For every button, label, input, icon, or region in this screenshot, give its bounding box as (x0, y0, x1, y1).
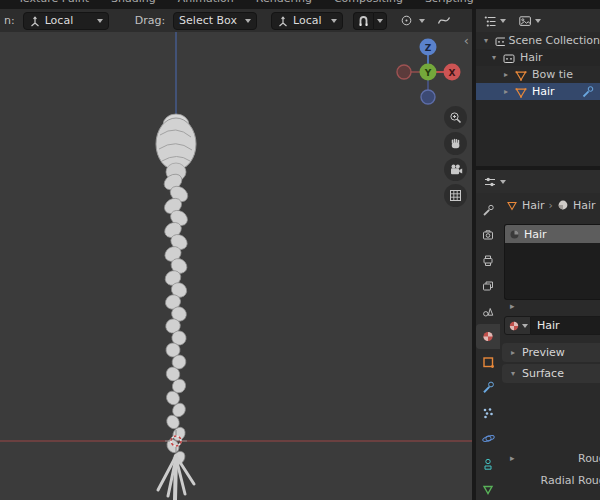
browse-material-button[interactable] (504, 316, 531, 335)
material-slot-list[interactable]: Hair (504, 224, 600, 300)
chevron-down-icon (522, 324, 528, 328)
falloff-dropdown[interactable] (434, 12, 454, 30)
pan-hand-icon (449, 137, 462, 150)
blender-window: Texture Paint Shading Animation Renderin… (0, 0, 600, 500)
property-label: Radial Roughness (520, 474, 600, 487)
tab-constraints[interactable] (476, 451, 500, 476)
gizmo-x-axis[interactable]: X (444, 64, 461, 81)
mesh-object-icon (514, 85, 528, 99)
outliner-display-mode-dropdown[interactable] (483, 14, 506, 28)
panel-header-preview[interactable]: ▸ Preview (502, 343, 600, 362)
output-icon (481, 253, 495, 267)
tab-object[interactable] (476, 349, 500, 374)
tab-tool[interactable] (476, 197, 500, 222)
camera-view-button[interactable] (444, 158, 467, 181)
gizmo-y-axis[interactable]: Y (420, 64, 437, 81)
outliner-row-scene-collection[interactable]: ▾ Scene Collection (476, 32, 600, 49)
svg-text:Y: Y (424, 68, 432, 78)
properties-tab-rail (476, 193, 500, 500)
gizmo-x-neg-axis[interactable] (397, 65, 411, 79)
material-sphere-icon (557, 199, 569, 211)
proportional-circle-icon (400, 14, 413, 27)
pivot-orientation-dropdown[interactable]: Local (271, 12, 343, 30)
chevron-down-icon (377, 19, 383, 23)
slot-list-disclosure-icon[interactable]: ▸ (510, 301, 515, 311)
property-label: Roughness (520, 452, 600, 465)
breadcrumb-material[interactable]: Hair (573, 199, 596, 212)
svg-text:X: X (449, 68, 456, 78)
orientation-value: Local (45, 14, 93, 27)
chevron-down-icon (331, 19, 337, 23)
pan-button[interactable] (444, 132, 467, 155)
disclosure-right-icon[interactable]: ▸ (510, 453, 515, 463)
material-name-field[interactable]: Hair (531, 316, 600, 335)
outliner-row-hair-object[interactable]: ▸ Hair (476, 83, 600, 100)
modifier-wrench-icon (581, 85, 594, 98)
chevron-down-icon (245, 19, 251, 23)
snap-toggle-button[interactable] (353, 12, 373, 30)
property-row-roughness[interactable]: ▸ Roughness (500, 450, 600, 468)
disclosure-down-icon: ▾ (509, 369, 517, 378)
disclosure-down-icon[interactable]: ▾ (482, 36, 490, 45)
outliner-filter-dropdown[interactable] (518, 14, 541, 28)
tab-view-layer[interactable] (476, 273, 500, 298)
workspace-tab-shading[interactable]: Shading (111, 0, 156, 5)
disclosure-down-icon[interactable]: ▾ (490, 53, 498, 62)
hair-braid-mesh[interactable] (156, 114, 196, 500)
chevron-down-icon (500, 180, 506, 184)
tab-material[interactable] (476, 324, 500, 349)
tab-output[interactable] (476, 248, 500, 273)
navigation-gizmo[interactable]: Z X Y (394, 38, 462, 106)
workspace-tab-rendering[interactable]: Rendering (256, 0, 312, 5)
viewport-3d[interactable]: Z X Y (0, 32, 472, 500)
outliner-row-bow-tie[interactable]: ▸ Bow tie (476, 66, 600, 83)
viewport-nav-buttons (444, 106, 467, 207)
property-row-radial-roughness[interactable]: Radial Roughness (500, 472, 600, 490)
tab-render[interactable] (476, 222, 500, 247)
zoom-button[interactable] (444, 106, 467, 129)
mesh-object-icon (514, 68, 528, 82)
proportional-editing-toggle[interactable] (397, 12, 416, 30)
workspace-tab-scripting[interactable]: Scripting (425, 0, 474, 5)
snap-options-dropdown[interactable] (373, 12, 387, 30)
tab-particles[interactable] (476, 400, 500, 425)
proportional-options-dropdown[interactable] (416, 12, 428, 30)
workspace-tab-compositing[interactable]: Compositing (334, 0, 403, 5)
breadcrumb-object[interactable]: Hair (522, 199, 545, 212)
workspace-tab-animation[interactable]: Animation (178, 0, 234, 5)
render-icon (481, 228, 495, 242)
properties-header (476, 170, 600, 193)
outliner-item-label: Hair (532, 85, 555, 98)
tab-object-data[interactable] (476, 476, 500, 500)
tab-physics[interactable] (476, 426, 500, 451)
image-filter-icon (518, 14, 532, 28)
falloff-curve-icon (437, 14, 451, 27)
orientation-axis-icon (29, 15, 41, 27)
chevron-down-icon (97, 19, 103, 23)
panel-header-surface[interactable]: ▾ Surface (502, 364, 600, 383)
material-sphere-icon (508, 320, 520, 332)
sidebar-toggle-icon[interactable]: ‹ (464, 34, 469, 47)
tab-scene[interactable] (476, 299, 500, 324)
gizmo-z-axis[interactable]: Z (420, 39, 437, 56)
disclosure-right-icon[interactable]: ▸ (502, 87, 510, 96)
material-slot-row[interactable]: Hair (505, 225, 600, 243)
disclosure-right-icon: ▸ (509, 348, 517, 357)
orientation-label-cut: n: (4, 14, 15, 27)
disclosure-right-icon[interactable]: ▸ (502, 70, 510, 79)
scene-icon (481, 304, 495, 318)
properties-editor-type-dropdown[interactable] (483, 175, 506, 189)
panel-label: Surface (522, 367, 564, 380)
material-slot-name: Hair (524, 228, 547, 241)
gizmo-z-neg-axis[interactable] (421, 90, 435, 104)
select-mode-dropdown[interactable]: Select Box (173, 12, 257, 30)
tab-modifiers[interactable] (476, 375, 500, 400)
outliner-panel: ▾ Scene Collection ▾ Hair ▸ Bow tie ▸ Ha… (476, 32, 600, 166)
toggle-grid-button[interactable] (444, 184, 467, 207)
transform-orientation-dropdown[interactable]: Local (23, 12, 109, 30)
breadcrumb: Hair › Hair (500, 193, 600, 217)
outliner-row-hair-collection[interactable]: ▾ Hair (476, 49, 600, 66)
zoom-icon (449, 111, 462, 124)
mesh-object-icon (506, 199, 518, 211)
workspace-tab-texture-paint[interactable]: Texture Paint (18, 0, 89, 5)
